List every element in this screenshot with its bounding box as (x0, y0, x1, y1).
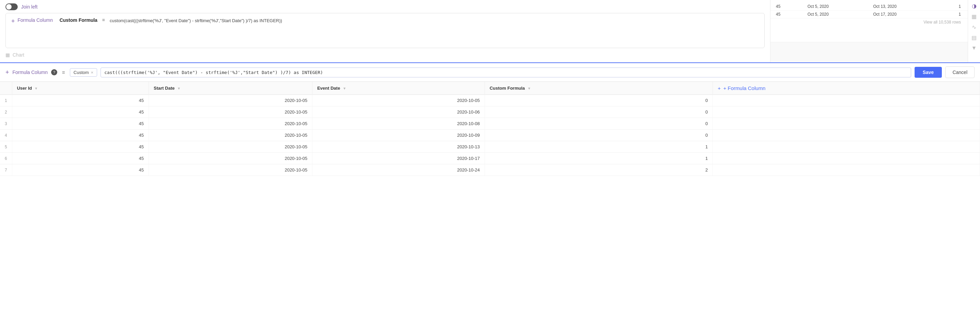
cell-event-date: 2020-10-24 (312, 164, 485, 176)
cell-user-id: 45 (12, 164, 149, 176)
sort-icon-start-date[interactable]: ▾ (178, 86, 180, 90)
cell-event-date: 2020-10-05 (312, 95, 485, 106)
cell-formula: 1 (485, 141, 713, 153)
top-section: Join left + Formula Column Custom Formul… (0, 0, 980, 63)
pie-chart-icon[interactable]: ◑ (972, 3, 977, 9)
table-row: 3 45 2020-10-05 2020-10-08 0 (0, 118, 980, 129)
right-mini-row: 45 Oct 5, 2020 Oct 17, 2020 1 (770, 11, 968, 18)
chart-row: ▦ Chart (5, 51, 765, 59)
sort-icon-user-id[interactable]: ▾ (35, 86, 37, 90)
right-cell-col2: Oct 5, 2020 (802, 3, 868, 11)
join-left-row: Join left (5, 3, 765, 10)
right-cell-col3: Oct 17, 2020 (867, 11, 938, 18)
top-formula-name: Custom Formula (60, 18, 97, 23)
cell-user-id: 45 (12, 95, 149, 106)
cell-add-formula (713, 95, 980, 106)
table-row: 5 45 2020-10-05 2020-10-13 1 (0, 141, 980, 153)
custom-tag-label: Custom (73, 70, 89, 75)
cell-start-date: 2020-10-05 (149, 141, 312, 153)
top-formula-row: + Formula Column Custom Formula = custom… (5, 13, 765, 48)
right-cell-col1: 45 (770, 11, 802, 18)
row-num: 3 (0, 118, 12, 129)
line-chart-icon[interactable]: ∿ (972, 24, 976, 30)
cell-start-date: 2020-10-05 (149, 164, 312, 176)
right-panel: 45 Oct 5, 2020 Oct 13, 2020 1 45 Oct 5, … (770, 0, 968, 62)
cell-user-id: 45 (12, 106, 149, 118)
col-header-start-date: Start Date ▾ (149, 82, 312, 95)
table-header-row: User Id ▾ Start Date ▾ Event Date ▾ Cust… (0, 82, 980, 95)
right-cell-col2: Oct 5, 2020 (802, 11, 868, 18)
cell-add-formula (713, 118, 980, 129)
cell-start-date: 2020-10-05 (149, 95, 312, 106)
cell-formula: 0 (485, 95, 713, 106)
table-row: 1 45 2020-10-05 2020-10-05 0 (0, 95, 980, 106)
row-num-header (0, 82, 12, 95)
row-num: 5 (0, 141, 12, 153)
top-formula-column-label: Formula Column (18, 18, 53, 23)
cell-start-date: 2020-10-05 (149, 129, 312, 141)
right-cell-col1: 45 (770, 3, 802, 11)
chart-label: Chart (13, 52, 24, 57)
col-header-custom-formula: Custom Formula ▾ (485, 82, 713, 95)
join-left-label: Join left (21, 4, 38, 10)
cell-event-date: 2020-10-06 (312, 106, 485, 118)
table-row: 6 45 2020-10-05 2020-10-17 1 (0, 153, 980, 164)
row-num: 7 (0, 164, 12, 176)
cell-formula: 2 (485, 164, 713, 176)
cell-start-date: 2020-10-05 (149, 153, 312, 164)
fe-plus-button[interactable]: + (5, 69, 9, 76)
cell-add-formula (713, 106, 980, 118)
left-panel: Join left + Formula Column Custom Formul… (0, 0, 770, 62)
row-num: 2 (0, 106, 12, 118)
sort-icon-event-date[interactable]: ▾ (344, 86, 345, 90)
top-formula-code: custom(cast(((strftime('%J', "Event Date… (110, 18, 282, 24)
fe-help-button[interactable]: ? (51, 69, 57, 75)
right-panel-container: 45 Oct 5, 2020 Oct 13, 2020 1 45 Oct 5, … (770, 0, 980, 62)
bar-chart-icon[interactable]: ▦ (972, 13, 977, 20)
col-header-event-date: Event Date ▾ (312, 82, 485, 95)
cell-event-date: 2020-10-13 (312, 141, 485, 153)
save-button[interactable]: Save (915, 67, 942, 78)
formula-input[interactable] (100, 67, 911, 77)
cell-user-id: 45 (12, 141, 149, 153)
table-row: 4 45 2020-10-05 2020-10-09 0 (0, 129, 980, 141)
cell-event-date: 2020-10-09 (312, 129, 485, 141)
expand-icon[interactable]: ▼ (972, 45, 977, 51)
custom-tag[interactable]: Custom × (70, 68, 97, 77)
cancel-button[interactable]: Cancel (945, 67, 975, 78)
view-all-link[interactable]: View all 10,538 rows (770, 18, 968, 26)
row-num: 1 (0, 95, 12, 106)
table-row: 7 45 2020-10-05 2020-10-24 2 (0, 164, 980, 176)
col-header-user-id: User Id ▾ (12, 82, 149, 95)
cell-add-formula (713, 153, 980, 164)
cell-add-formula (713, 129, 980, 141)
cell-add-formula (713, 141, 980, 153)
cell-user-id: 45 (12, 118, 149, 129)
right-mini-row: 45 Oct 5, 2020 Oct 13, 2020 1 (770, 3, 968, 11)
col-header-add-formula[interactable]: + + Formula Column (713, 82, 980, 95)
fe-equals: = (62, 70, 65, 75)
top-plus-button[interactable]: + (11, 18, 15, 25)
table-row: 2 45 2020-10-05 2020-10-06 0 (0, 106, 980, 118)
toggle-icon[interactable] (5, 3, 18, 10)
table-icon[interactable]: ▤ (972, 34, 977, 41)
cell-formula: 0 (485, 118, 713, 129)
data-table-wrap: User Id ▾ Start Date ▾ Event Date ▾ Cust… (0, 82, 980, 176)
custom-tag-close[interactable]: × (91, 70, 94, 75)
right-icons-panel: ◑ ▦ ∿ ▤ ▼ (968, 0, 980, 62)
cell-user-id: 45 (12, 129, 149, 141)
right-cell-col3: Oct 13, 2020 (867, 3, 938, 11)
row-num: 6 (0, 153, 12, 164)
row-num: 4 (0, 129, 12, 141)
cell-event-date: 2020-10-08 (312, 118, 485, 129)
right-chart-area (770, 42, 968, 62)
sort-icon-custom-formula[interactable]: ▾ (528, 86, 530, 90)
cell-user-id: 45 (12, 153, 149, 164)
cell-start-date: 2020-10-05 (149, 106, 312, 118)
right-mini-table: 45 Oct 5, 2020 Oct 13, 2020 1 45 Oct 5, … (770, 3, 968, 18)
cell-start-date: 2020-10-05 (149, 118, 312, 129)
data-table: User Id ▾ Start Date ▾ Event Date ▾ Cust… (0, 82, 980, 176)
right-cell-col4: 1 (938, 3, 968, 11)
cell-event-date: 2020-10-17 (312, 153, 485, 164)
chart-bar-icon: ▦ (5, 52, 10, 57)
